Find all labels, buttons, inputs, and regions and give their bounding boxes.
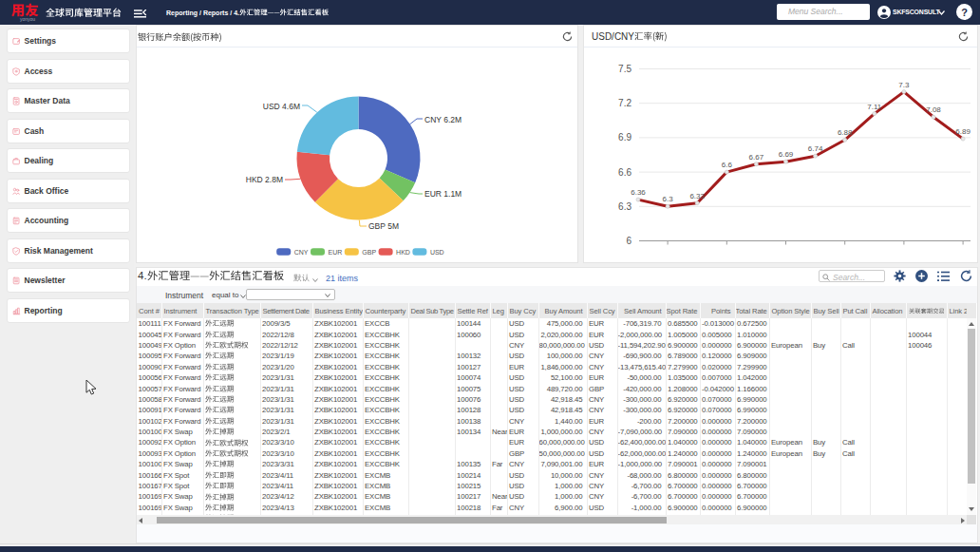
svg-text:6.88: 6.88: [838, 128, 853, 137]
svg-text:EUR 1.1M: EUR 1.1M: [424, 189, 462, 199]
svg-text:6: 6: [626, 236, 631, 246]
svg-text:6.3: 6.3: [663, 195, 674, 203]
svg-text:7.3: 7.3: [898, 81, 910, 89]
svg-text:7.2: 7.2: [618, 98, 631, 108]
svg-text:6.6: 6.6: [722, 161, 733, 169]
svg-text:6.6: 6.6: [618, 167, 631, 178]
svg-text:7.5: 7.5: [618, 64, 631, 74]
svg-text:?: ?: [961, 7, 968, 18]
svg-text:6.74: 6.74: [808, 144, 823, 153]
svg-text:USD: USD: [430, 249, 444, 256]
svg-text:7.11: 7.11: [867, 103, 882, 111]
svg-text:GBP 5M: GBP 5M: [368, 221, 399, 231]
svg-text:7.08: 7.08: [926, 105, 941, 114]
svg-text:6.67: 6.67: [749, 153, 764, 162]
svg-text:6.69: 6.69: [779, 150, 794, 159]
svg-text:CNY 6.2M: CNY 6.2M: [424, 115, 462, 124]
svg-text:HKD: HKD: [396, 249, 410, 256]
svg-text:CNY: CNY: [294, 249, 309, 256]
svg-text:GBP: GBP: [362, 249, 376, 256]
svg-text:6.89: 6.89: [955, 127, 971, 136]
svg-text:6.3: 6.3: [618, 201, 631, 212]
svg-text:USD 4.6M: USD 4.6M: [263, 102, 300, 111]
svg-text:EUR: EUR: [329, 249, 343, 256]
svg-text:6.33: 6.33: [689, 192, 705, 200]
svg-text:6.36: 6.36: [631, 188, 646, 197]
svg-text:HKD 2.8M: HKD 2.8M: [246, 175, 283, 184]
svg-text:6.9: 6.9: [618, 132, 631, 143]
